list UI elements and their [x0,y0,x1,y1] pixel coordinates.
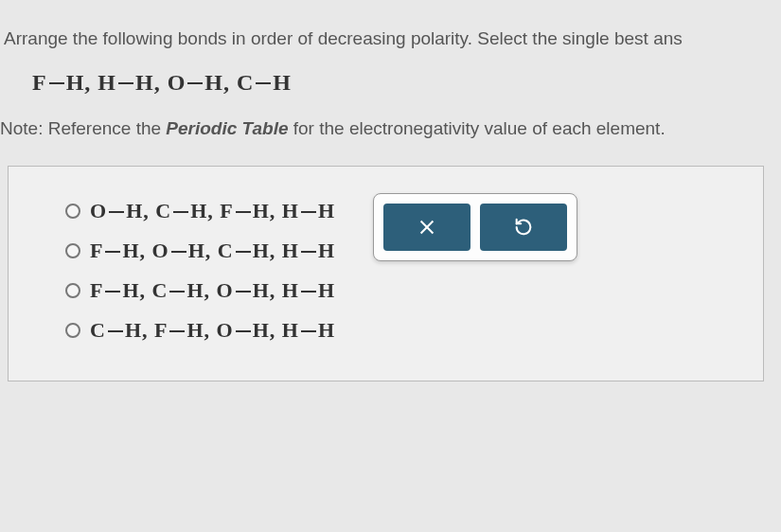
note-emphasis: Periodic Table [166,118,288,138]
question-note: Note: Reference the Periodic Table for t… [0,118,772,139]
option-1[interactable]: OH, CH, FH, HH [65,199,335,223]
close-icon [417,217,437,238]
close-button[interactable] [383,204,470,251]
note-prefix: Note: Reference the [0,118,166,138]
option-label: FH, CH, OH, HH [90,278,335,303]
question-instruction: Arrange the following bonds in order of … [0,28,772,49]
option-4[interactable]: CH, FH, OH, HH [65,318,335,343]
bonds-expression: FH, HH, OH, CH [0,70,772,96]
answer-area: OH, CH, FH, HH FH, OH, CH, HH FH, CH, OH… [8,166,764,381]
reset-icon [513,217,534,238]
radio-icon[interactable] [65,323,80,338]
option-2[interactable]: FH, OH, CH, HH [65,239,335,263]
options-list: OH, CH, FH, HH FH, OH, CH, HH FH, CH, OH… [65,199,335,343]
option-label: OH, CH, FH, HH [90,199,335,223]
option-label: CH, FH, OH, HH [90,318,335,343]
radio-icon[interactable] [65,283,80,298]
note-suffix: for the electronegativity value of each … [289,118,666,138]
option-3[interactable]: FH, CH, OH, HH [65,278,335,303]
control-panel [373,193,577,261]
radio-icon[interactable] [65,243,80,258]
option-label: FH, OH, CH, HH [90,239,335,263]
reset-button[interactable] [480,204,567,251]
radio-icon[interactable] [65,204,80,219]
